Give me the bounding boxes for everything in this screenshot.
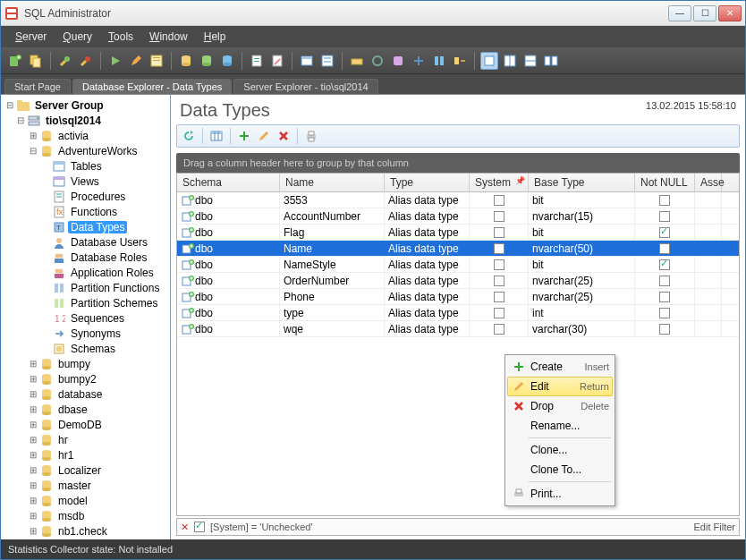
table-row[interactable]: dboNameAlias data typenvarchar(50) <box>177 241 739 257</box>
collapse-icon[interactable]: ⊟ <box>15 115 25 125</box>
tab-start-page[interactable]: Start Page <box>4 79 71 94</box>
collapse-icon[interactable]: ⊟ <box>4 100 14 110</box>
ctx-rename[interactable]: Rename... <box>507 416 613 436</box>
col-system[interactable]: System📌 <box>470 174 529 191</box>
tree-db[interactable]: ⊞bumpy <box>1 356 170 371</box>
system-checkbox[interactable] <box>494 308 504 318</box>
tb-win3-icon[interactable] <box>521 52 539 70</box>
tree-db[interactable]: ⊞nb1.check <box>1 523 170 539</box>
tb-form-icon[interactable] <box>318 52 336 70</box>
notnull-checkbox[interactable] <box>659 243 670 254</box>
tree-item-procedures[interactable]: Procedures <box>1 189 170 204</box>
tree-db[interactable]: ⊞dbase <box>1 402 170 417</box>
notnull-checkbox[interactable] <box>659 259 670 270</box>
expand-icon[interactable]: ⊞ <box>28 131 38 140</box>
col-base[interactable]: Base Type <box>529 174 635 191</box>
system-checkbox[interactable] <box>494 243 504 254</box>
tree-item-application-roles[interactable]: Application Roles <box>1 265 170 280</box>
menu-window[interactable]: Window <box>142 29 195 45</box>
table-row[interactable]: dbowqeAlias data typevarchar(30) <box>177 321 739 337</box>
tb-grid-icon[interactable] <box>298 52 316 70</box>
table-row[interactable]: dboAccountNumberAlias data typenvarchar(… <box>177 208 739 225</box>
tab-server-explorer[interactable]: Server Explorer - tio\sql2014 <box>233 79 377 94</box>
tb-db2-icon[interactable] <box>198 52 216 70</box>
notnull-checkbox[interactable] <box>659 276 670 286</box>
table-row[interactable]: dboOrderNumberAlias data typenvarchar(25… <box>177 273 739 289</box>
ctx-create[interactable]: CreateInsert <box>507 357 613 377</box>
filter-icon[interactable]: 📌 <box>515 176 525 185</box>
grid-view-icon[interactable] <box>208 128 225 144</box>
print-icon[interactable] <box>303 128 319 144</box>
col-notnull[interactable]: Not NULL <box>635 174 695 191</box>
add-icon[interactable] <box>236 128 252 144</box>
filter-clear-icon[interactable]: ✕ <box>181 522 189 533</box>
group-hint[interactable]: Drag a column header here to group by th… <box>176 153 740 173</box>
edit-icon[interactable] <box>256 128 272 144</box>
notnull-checkbox[interactable] <box>659 324 670 335</box>
tree-db[interactable]: ⊞DemoDB <box>1 417 170 432</box>
tree-db[interactable]: ⊞model <box>1 493 170 508</box>
notnull-checkbox[interactable] <box>659 211 670 222</box>
tree-item-data-types[interactable]: TData Types <box>1 219 170 234</box>
tree-item-partition-schemes[interactable]: Partition Schemes <box>1 295 170 310</box>
ctx-drop[interactable]: DropDelete <box>507 396 613 416</box>
notnull-checkbox[interactable] <box>659 308 670 318</box>
tree-db[interactable]: ⊞bumpy2 <box>1 371 170 386</box>
filter-checkbox[interactable] <box>194 522 205 532</box>
tb-tool1-icon[interactable] <box>348 52 366 70</box>
table-row[interactable]: dboNameStyleAlias data typebit <box>177 257 739 273</box>
table-row[interactable]: dbo3553Alias data typebit <box>177 192 739 208</box>
system-checkbox[interactable] <box>494 292 504 302</box>
table-row[interactable]: dboPhoneAlias data typenvarchar(25) <box>177 289 739 305</box>
tree-item-synonyms[interactable]: Synonyms <box>1 326 170 341</box>
tb-script2-icon[interactable] <box>268 52 286 70</box>
tb-disconnect-icon[interactable] <box>77 52 95 70</box>
col-name[interactable]: Name <box>280 174 385 191</box>
tb-edit-icon[interactable] <box>127 52 145 70</box>
tree-root[interactable]: ⊟ Server Group <box>1 98 170 113</box>
tb-connect-icon[interactable] <box>56 52 74 70</box>
notnull-checkbox[interactable] <box>659 292 670 302</box>
tb-win4-icon[interactable] <box>542 52 560 70</box>
tree-item-database-users[interactable]: Database Users <box>1 234 170 250</box>
tb-win1-icon[interactable] <box>480 52 498 70</box>
tb-register-icon[interactable] <box>6 52 24 70</box>
tb-tool3-icon[interactable] <box>389 52 407 70</box>
ctx-print[interactable]: Print... <box>507 484 613 504</box>
tree-db[interactable]: ⊞master <box>1 478 170 493</box>
menu-tools[interactable]: Tools <box>101 29 140 45</box>
tb-tool5-icon[interactable] <box>430 52 448 70</box>
tb-tool2-icon[interactable] <box>369 52 386 70</box>
expand-icon[interactable]: ⊞ <box>28 450 38 460</box>
col-type[interactable]: Type <box>385 174 470 191</box>
tree-db[interactable]: ⊞msdb <box>1 508 170 523</box>
system-checkbox[interactable] <box>494 276 504 286</box>
expand-icon[interactable]: ⊞ <box>28 480 38 490</box>
tree-item-functions[interactable]: fxFunctions <box>1 204 170 219</box>
system-checkbox[interactable] <box>494 259 504 270</box>
tree-item-partition-functions[interactable]: Partition Functions <box>1 280 170 295</box>
tb-db1-icon[interactable] <box>177 52 195 70</box>
grid-body[interactable]: dbo3553Alias data typebitdboAccountNumbe… <box>177 192 739 515</box>
tb-props-icon[interactable] <box>148 52 165 70</box>
expand-icon[interactable]: ⊞ <box>28 374 38 384</box>
expand-icon[interactable]: ⊞ <box>28 435 38 445</box>
notnull-checkbox[interactable] <box>659 227 670 238</box>
col-schema[interactable]: Schema <box>177 174 280 191</box>
tab-database-explorer[interactable]: Database Explorer - Data Types <box>72 79 232 94</box>
tree-item-tables[interactable]: Tables <box>1 158 170 174</box>
tb-script-icon[interactable] <box>248 52 266 70</box>
table-row[interactable]: dboFlagAlias data typebit <box>177 225 739 241</box>
table-row[interactable]: dbotypeAlias data typeint <box>177 305 739 321</box>
collapse-icon[interactable]: ⊟ <box>28 146 38 156</box>
tree-db[interactable]: ⊟ AdventureWorks <box>1 143 170 158</box>
tree-item-database-roles[interactable]: Database Roles <box>1 250 170 265</box>
tree-db[interactable]: ⊞hr <box>1 432 170 447</box>
tb-win2-icon[interactable] <box>501 52 519 70</box>
tree-server[interactable]: ⊟ tio\sql2014 <box>1 113 170 128</box>
system-checkbox[interactable] <box>494 211 504 222</box>
close-button[interactable]: ✕ <box>718 5 742 21</box>
tree-db[interactable]: ⊞Localizer <box>1 462 170 478</box>
expand-icon[interactable]: ⊞ <box>28 404 38 414</box>
menu-help[interactable]: Help <box>197 29 233 45</box>
